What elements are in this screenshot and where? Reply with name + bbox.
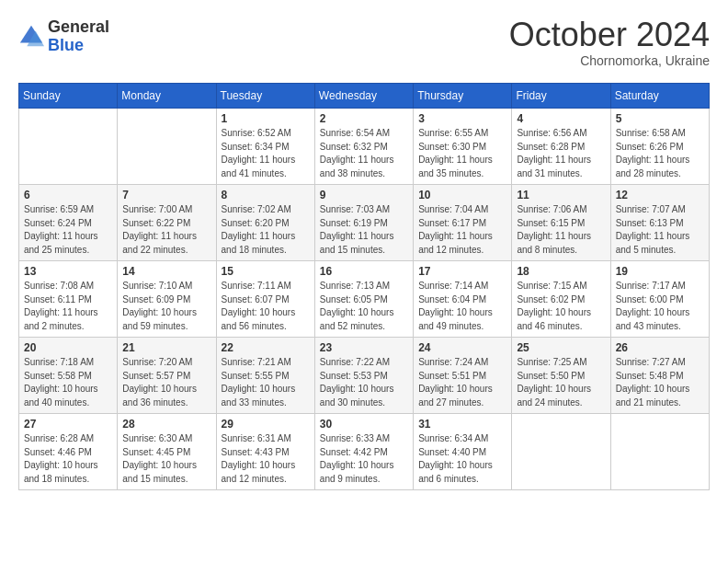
calendar-cell <box>610 414 709 490</box>
day-number: 30 <box>320 418 408 431</box>
calendar-cell: 17Sunrise: 7:14 AM Sunset: 6:04 PM Dayli… <box>414 261 512 338</box>
day-number: 27 <box>24 418 112 431</box>
logo-icon <box>18 24 44 50</box>
calendar-cell: 22Sunrise: 7:21 AM Sunset: 5:55 PM Dayli… <box>216 338 314 414</box>
calendar-cell: 14Sunrise: 7:10 AM Sunset: 6:09 PM Dayli… <box>118 261 216 338</box>
day-info: Sunrise: 7:27 AM Sunset: 5:48 PM Dayligh… <box>616 356 704 409</box>
calendar-cell: 7Sunrise: 7:00 AM Sunset: 6:22 PM Daylig… <box>118 185 216 261</box>
calendar-week-row: 27Sunrise: 6:28 AM Sunset: 4:46 PM Dayli… <box>19 414 710 490</box>
calendar-cell: 9Sunrise: 7:03 AM Sunset: 6:19 PM Daylig… <box>314 185 413 261</box>
calendar-cell: 26Sunrise: 7:27 AM Sunset: 5:48 PM Dayli… <box>610 338 709 414</box>
day-info: Sunrise: 6:28 AM Sunset: 4:46 PM Dayligh… <box>24 432 112 486</box>
day-info: Sunrise: 7:02 AM Sunset: 6:20 PM Dayligh… <box>222 203 310 257</box>
day-info: Sunrise: 7:07 AM Sunset: 6:13 PM Dayligh… <box>616 203 704 257</box>
calendar-cell: 8Sunrise: 7:02 AM Sunset: 6:20 PM Daylig… <box>216 185 314 261</box>
calendar-cell: 11Sunrise: 7:06 AM Sunset: 6:15 PM Dayli… <box>512 185 610 261</box>
weekday-header: Saturday <box>610 84 709 109</box>
day-number: 28 <box>122 418 210 431</box>
day-number: 9 <box>320 189 408 201</box>
day-info: Sunrise: 7:17 AM Sunset: 6:00 PM Dayligh… <box>616 280 704 333</box>
day-number: 7 <box>122 189 210 201</box>
day-number: 18 <box>517 265 605 278</box>
calendar-cell: 3Sunrise: 6:55 AM Sunset: 6:30 PM Daylig… <box>414 109 512 185</box>
calendar-week-row: 20Sunrise: 7:18 AM Sunset: 5:58 PM Dayli… <box>19 338 710 414</box>
calendar-cell: 31Sunrise: 6:34 AM Sunset: 4:40 PM Dayli… <box>414 414 512 490</box>
calendar-week-row: 6Sunrise: 6:59 AM Sunset: 6:24 PM Daylig… <box>19 185 710 261</box>
calendar-cell: 4Sunrise: 6:56 AM Sunset: 6:28 PM Daylig… <box>512 109 610 185</box>
calendar-cell <box>118 109 216 185</box>
calendar-cell: 30Sunrise: 6:33 AM Sunset: 4:42 PM Dayli… <box>314 414 413 490</box>
day-number: 14 <box>122 265 210 278</box>
day-number: 29 <box>222 418 310 431</box>
day-number: 23 <box>320 341 408 354</box>
calendar-cell: 28Sunrise: 6:30 AM Sunset: 4:45 PM Dayli… <box>118 414 216 490</box>
day-info: Sunrise: 7:20 AM Sunset: 5:57 PM Dayligh… <box>122 356 210 409</box>
day-info: Sunrise: 6:54 AM Sunset: 6:32 PM Dayligh… <box>320 127 408 180</box>
day-number: 10 <box>418 189 506 201</box>
day-info: Sunrise: 7:08 AM Sunset: 6:11 PM Dayligh… <box>24 280 112 333</box>
day-number: 15 <box>222 265 310 278</box>
day-info: Sunrise: 7:14 AM Sunset: 6:04 PM Dayligh… <box>418 280 506 333</box>
day-number: 25 <box>517 341 605 354</box>
calendar-cell: 29Sunrise: 6:31 AM Sunset: 4:43 PM Dayli… <box>216 414 314 490</box>
day-info: Sunrise: 6:58 AM Sunset: 6:26 PM Dayligh… <box>616 127 704 180</box>
day-info: Sunrise: 7:03 AM Sunset: 6:19 PM Dayligh… <box>320 203 408 257</box>
day-info: Sunrise: 7:18 AM Sunset: 5:58 PM Dayligh… <box>24 356 112 409</box>
day-number: 17 <box>418 265 506 278</box>
day-info: Sunrise: 7:00 AM Sunset: 6:22 PM Dayligh… <box>122 203 210 257</box>
title-block: October 2024 Chornomorka, Ukraine <box>509 18 710 68</box>
calendar-week-row: 1Sunrise: 6:52 AM Sunset: 6:34 PM Daylig… <box>19 109 710 185</box>
day-info: Sunrise: 6:52 AM Sunset: 6:34 PM Dayligh… <box>222 127 310 180</box>
logo-text: General Blue <box>48 18 109 55</box>
day-info: Sunrise: 6:59 AM Sunset: 6:24 PM Dayligh… <box>24 203 112 257</box>
day-info: Sunrise: 7:24 AM Sunset: 5:51 PM Dayligh… <box>418 356 506 409</box>
weekday-header: Friday <box>512 84 610 109</box>
weekday-header: Wednesday <box>314 84 413 109</box>
day-number: 8 <box>222 189 310 201</box>
day-number: 24 <box>418 341 506 354</box>
day-number: 3 <box>418 112 506 125</box>
month-title: October 2024 <box>509 18 710 52</box>
day-info: Sunrise: 6:55 AM Sunset: 6:30 PM Dayligh… <box>418 127 506 180</box>
day-info: Sunrise: 7:13 AM Sunset: 6:05 PM Dayligh… <box>320 280 408 333</box>
calendar-cell: 25Sunrise: 7:25 AM Sunset: 5:50 PM Dayli… <box>512 338 610 414</box>
calendar-cell: 13Sunrise: 7:08 AM Sunset: 6:11 PM Dayli… <box>19 261 118 338</box>
calendar-cell: 5Sunrise: 6:58 AM Sunset: 6:26 PM Daylig… <box>610 109 709 185</box>
day-info: Sunrise: 7:06 AM Sunset: 6:15 PM Dayligh… <box>517 203 605 257</box>
calendar-table: SundayMondayTuesdayWednesdayThursdayFrid… <box>18 83 710 490</box>
calendar-cell: 10Sunrise: 7:04 AM Sunset: 6:17 PM Dayli… <box>414 185 512 261</box>
day-number: 6 <box>24 189 112 201</box>
calendar-cell: 1Sunrise: 6:52 AM Sunset: 6:34 PM Daylig… <box>216 109 314 185</box>
day-number: 21 <box>122 341 210 354</box>
day-info: Sunrise: 7:21 AM Sunset: 5:55 PM Dayligh… <box>222 356 310 409</box>
day-number: 1 <box>222 112 310 125</box>
location: Chornomorka, Ukraine <box>509 53 710 68</box>
calendar-cell <box>512 414 610 490</box>
day-number: 4 <box>517 112 605 125</box>
day-number: 12 <box>616 189 704 201</box>
calendar-cell: 6Sunrise: 6:59 AM Sunset: 6:24 PM Daylig… <box>19 185 118 261</box>
day-number: 16 <box>320 265 408 278</box>
day-number: 11 <box>517 189 605 201</box>
day-info: Sunrise: 6:30 AM Sunset: 4:45 PM Dayligh… <box>122 432 210 486</box>
calendar-cell: 24Sunrise: 7:24 AM Sunset: 5:51 PM Dayli… <box>414 338 512 414</box>
logo: General Blue <box>18 18 109 55</box>
calendar-cell: 21Sunrise: 7:20 AM Sunset: 5:57 PM Dayli… <box>118 338 216 414</box>
day-info: Sunrise: 6:33 AM Sunset: 4:42 PM Dayligh… <box>320 432 408 486</box>
day-number: 31 <box>418 418 506 431</box>
day-number: 13 <box>24 265 112 278</box>
calendar-cell <box>19 109 118 185</box>
day-number: 2 <box>320 112 408 125</box>
weekday-header: Monday <box>118 84 216 109</box>
calendar-cell: 15Sunrise: 7:11 AM Sunset: 6:07 PM Dayli… <box>216 261 314 338</box>
calendar-cell: 12Sunrise: 7:07 AM Sunset: 6:13 PM Dayli… <box>610 185 709 261</box>
calendar-cell: 27Sunrise: 6:28 AM Sunset: 4:46 PM Dayli… <box>19 414 118 490</box>
calendar-cell: 20Sunrise: 7:18 AM Sunset: 5:58 PM Dayli… <box>19 338 118 414</box>
day-info: Sunrise: 7:25 AM Sunset: 5:50 PM Dayligh… <box>517 356 605 409</box>
day-info: Sunrise: 7:10 AM Sunset: 6:09 PM Dayligh… <box>122 280 210 333</box>
day-number: 26 <box>616 341 704 354</box>
day-number: 20 <box>24 341 112 354</box>
day-number: 5 <box>616 112 704 125</box>
calendar-cell: 18Sunrise: 7:15 AM Sunset: 6:02 PM Dayli… <box>512 261 610 338</box>
weekday-header: Sunday <box>19 84 118 109</box>
